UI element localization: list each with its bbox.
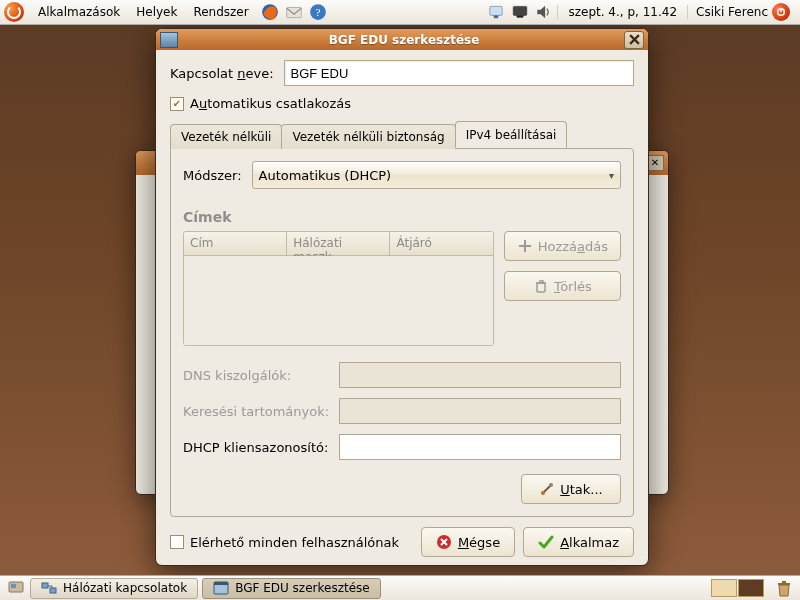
search-domains-input — [339, 398, 621, 424]
trash-applet-icon[interactable] — [774, 578, 794, 598]
help-icon[interactable]: ? — [309, 3, 327, 21]
addresses-body — [184, 256, 493, 345]
checkbox-checked-icon: ✔ — [170, 97, 184, 111]
ipv4-panel: Módszer: Automatikus (DHCP) ▾ Címek Cím … — [170, 148, 634, 517]
apply-button[interactable]: Alkalmaz — [523, 527, 634, 557]
autoconnect-label: Automatikus csatlakozás — [190, 96, 351, 111]
plus-icon — [517, 238, 533, 254]
dialog-footer: Elérhető minden felhasználónak Mégse Alk… — [156, 517, 648, 565]
shutdown-icon[interactable] — [772, 3, 790, 21]
network-applet-icon[interactable] — [487, 3, 505, 21]
window-title: BGF EDU szerkesztése — [184, 33, 624, 47]
svg-rect-16 — [42, 583, 48, 588]
method-label: Módszer: — [183, 168, 242, 183]
tools-icon — [539, 481, 555, 497]
delete-button-label: Törlés — [554, 279, 592, 294]
svg-rect-17 — [50, 588, 56, 593]
svg-rect-1 — [286, 8, 301, 18]
connection-editor-dialog: BGF EDU szerkesztése Kapcsolat neve: ✔ A… — [155, 28, 649, 566]
svg-rect-10 — [537, 283, 545, 292]
cancel-button-label: Mégse — [458, 535, 500, 550]
svg-rect-7 — [517, 15, 524, 17]
monitor-icon[interactable] — [511, 3, 529, 21]
svg-rect-19 — [214, 582, 228, 585]
chevron-down-icon: ▾ — [609, 170, 614, 181]
connection-name-label: Kapcsolat neve: — [170, 66, 274, 81]
taskbar-item-network-connections[interactable]: Hálózati kapcsolatok — [30, 578, 198, 599]
checkbox-unchecked-icon — [170, 535, 184, 549]
delete-button[interactable]: Törlés — [504, 271, 621, 301]
system-tray — [483, 3, 557, 21]
volume-icon[interactable] — [535, 3, 553, 21]
tab-wireless-security[interactable]: Vezeték nélküli biztonság — [281, 124, 455, 149]
available-all-label: Elérhető minden felhasználónak — [190, 535, 399, 550]
clock[interactable]: szept. 4., p, 11.42 — [557, 5, 688, 19]
tab-ipv4-settings[interactable]: IPv4 beállításai — [455, 121, 568, 148]
mail-icon[interactable] — [285, 3, 303, 21]
add-button[interactable]: Hozzáadás — [504, 231, 621, 261]
svg-point-11 — [541, 491, 545, 495]
workspace-2[interactable] — [738, 579, 764, 597]
method-value: Automatikus (DHCP) — [259, 168, 392, 183]
col-address[interactable]: Cím — [184, 232, 287, 255]
autoconnect-checkbox[interactable]: ✔ Automatikus csatlakozás — [170, 96, 634, 111]
method-combo[interactable]: Automatikus (DHCP) ▾ — [252, 161, 621, 189]
addresses-table[interactable]: Cím Hálózati maszk Átjáró — [183, 231, 494, 346]
dhcp-client-id-input[interactable] — [339, 434, 621, 460]
routes-button-label: Utak... — [560, 482, 603, 497]
search-domains-label: Keresési tartományok: — [183, 404, 329, 419]
firefox-icon[interactable] — [261, 3, 279, 21]
dns-input — [339, 362, 621, 388]
addresses-heading: Címek — [183, 209, 621, 225]
taskbar-item-label: BGF EDU szerkesztése — [235, 581, 370, 595]
svg-rect-15 — [11, 584, 16, 588]
menu-system[interactable]: Rendszer — [185, 0, 256, 24]
svg-point-12 — [549, 483, 553, 487]
svg-rect-6 — [514, 6, 528, 15]
add-button-label: Hozzáadás — [538, 239, 608, 254]
trash-icon — [533, 278, 549, 294]
svg-text:?: ? — [315, 6, 320, 18]
routes-button[interactable]: Utak... — [521, 474, 621, 504]
user-menu[interactable]: Csiki Ferenc — [688, 3, 798, 21]
bottom-panel: Hálózati kapcsolatok BGF EDU szerkesztés… — [0, 575, 800, 600]
col-netmask[interactable]: Hálózati maszk — [287, 232, 390, 255]
dhcp-client-id-label: DHCP kliensazonosító: — [183, 440, 329, 455]
svg-rect-21 — [782, 581, 786, 583]
available-all-checkbox[interactable]: Elérhető minden felhasználónak — [170, 535, 399, 550]
workspace-switcher[interactable] — [711, 579, 770, 597]
tabs: Vezeték nélküli Vezeték nélküli biztonsá… — [170, 121, 634, 148]
svg-rect-4 — [490, 6, 502, 15]
apply-icon — [538, 534, 554, 550]
titlebar[interactable]: BGF EDU szerkesztése — [156, 29, 648, 50]
svg-rect-20 — [778, 583, 790, 585]
connection-name-input[interactable] — [284, 60, 634, 86]
dns-label: DNS kiszolgálók: — [183, 368, 329, 383]
close-button[interactable] — [624, 31, 644, 49]
user-name: Csiki Ferenc — [696, 5, 768, 19]
cancel-icon — [436, 534, 452, 550]
window-icon — [213, 580, 229, 596]
network-icon — [41, 580, 57, 596]
menu-applications[interactable]: Alkalmazások — [30, 0, 128, 24]
addresses-header: Cím Hálózati maszk Átjáró — [184, 232, 493, 256]
apply-button-label: Alkalmaz — [560, 535, 619, 550]
show-desktop-icon[interactable] — [8, 580, 24, 596]
taskbar-item-bgf-edu-edit[interactable]: BGF EDU szerkesztése — [202, 578, 381, 599]
menu-places[interactable]: Helyek — [128, 0, 185, 24]
workspace-1[interactable] — [711, 579, 737, 597]
quick-launch: ? — [257, 3, 331, 21]
taskbar-item-label: Hálózati kapcsolatok — [63, 581, 187, 595]
ubuntu-logo-icon[interactable] — [4, 2, 24, 22]
top-panel: Alkalmazások Helyek Rendszer ? szept. 4.… — [0, 0, 800, 25]
cancel-button[interactable]: Mégse — [421, 527, 515, 557]
window-icon — [160, 32, 178, 48]
svg-rect-5 — [494, 15, 499, 18]
tab-wireless[interactable]: Vezeték nélküli — [170, 124, 282, 149]
col-gateway[interactable]: Átjáró — [390, 232, 492, 255]
